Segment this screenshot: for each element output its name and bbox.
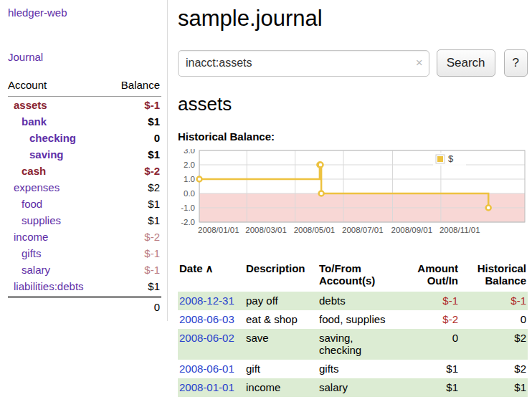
account-link-expenses[interactable]: expenses bbox=[8, 181, 60, 193]
accounts-table: Account Balance assets $-1 bank $1 check… bbox=[8, 77, 161, 316]
transaction-balance: $1 bbox=[458, 381, 528, 393]
account-link-income[interactable]: income bbox=[8, 231, 48, 243]
account-balance: $-1 bbox=[144, 247, 160, 259]
transaction-row: 2008-01-01 income salary $1 $1 bbox=[178, 378, 528, 397]
account-link-checking[interactable]: checking bbox=[8, 132, 76, 144]
account-row-supplies: supplies $1 bbox=[8, 212, 161, 229]
svg-text:2008/07/01: 2008/07/01 bbox=[342, 226, 384, 234]
balance-column-header: Historical Balance bbox=[458, 262, 528, 287]
account-link-cash[interactable]: cash bbox=[8, 165, 46, 177]
account-row-expenses: expenses $2 bbox=[8, 179, 161, 196]
account-balance: $-1 bbox=[144, 99, 160, 111]
accounts-table-header: Account Balance bbox=[8, 77, 161, 97]
account-balance: $1 bbox=[148, 115, 160, 128]
transaction-balance: $2 bbox=[458, 332, 528, 356]
transaction-accounts: saving, checking bbox=[319, 332, 402, 356]
transaction-balance: $-1 bbox=[458, 294, 528, 307]
transaction-description: income bbox=[246, 381, 319, 393]
svg-text:2.0: 2.0 bbox=[184, 160, 195, 169]
transaction-accounts: gifts bbox=[319, 363, 402, 375]
account-balance: $1 bbox=[148, 214, 160, 226]
transaction-date-link[interactable]: 2008-06-01 bbox=[179, 363, 234, 375]
transaction-amount: 0 bbox=[402, 332, 458, 356]
transaction-row: 2008-06-02 save saving, checking 0 $2 bbox=[178, 329, 528, 360]
account-column-header: Account bbox=[8, 79, 47, 91]
transaction-description: eat & shop bbox=[246, 313, 319, 325]
account-heading: assets bbox=[178, 93, 528, 115]
accounts-column-header: To/From Account(s) bbox=[319, 262, 402, 287]
account-row-checking: checking 0 bbox=[8, 130, 161, 146]
search-help-button[interactable]: ? bbox=[504, 49, 528, 77]
account-link-saving[interactable]: saving bbox=[8, 148, 64, 160]
balance-chart-svg: 3.02.01.00.0-1.0-2.02008/01/012008/03/01… bbox=[178, 149, 527, 239]
transaction-row: 2008-06-03 eat & shop food, supplies $-2… bbox=[178, 310, 528, 329]
search-button[interactable]: Search bbox=[437, 49, 495, 77]
transaction-date-link[interactable]: 2008-06-03 bbox=[179, 313, 234, 325]
account-link-gifts[interactable]: gifts bbox=[8, 247, 42, 259]
date-header-label: Date bbox=[179, 262, 203, 274]
svg-text:2008/09/01: 2008/09/01 bbox=[391, 226, 433, 234]
register-header: Date∧ Description To/From Account(s) Amo… bbox=[178, 262, 528, 287]
account-balance: $-1 bbox=[144, 264, 160, 276]
account-balance: $-2 bbox=[144, 231, 160, 243]
account-row-salary: salary $-1 bbox=[8, 262, 161, 278]
sort-ascending-icon[interactable]: ∧ bbox=[206, 262, 214, 274]
svg-text:2008/01/01: 2008/01/01 bbox=[198, 226, 239, 234]
transaction-date-link[interactable]: 2008-12-31 bbox=[179, 294, 234, 307]
amount-column-header: Amount Out/In bbox=[402, 262, 458, 287]
account-link-assets[interactable]: assets bbox=[8, 99, 47, 111]
transaction-amount: $1 bbox=[402, 381, 458, 393]
main-content: sample.journal × Search ? assets Histori… bbox=[178, 0, 528, 397]
transaction-accounts: food, supplies bbox=[319, 313, 402, 325]
transaction-balance: $2 bbox=[458, 363, 528, 375]
date-column-header[interactable]: Date∧ bbox=[178, 262, 246, 287]
transaction-row: 2008-06-01 gift gifts $1 $2 bbox=[178, 360, 528, 378]
clear-search-icon[interactable]: × bbox=[416, 56, 423, 70]
description-column-header: Description bbox=[246, 262, 319, 287]
account-row-gifts: gifts $-1 bbox=[8, 245, 161, 262]
transaction-amount: $-2 bbox=[402, 313, 458, 325]
page-title: sample.journal bbox=[178, 6, 528, 32]
svg-text:3.0: 3.0 bbox=[184, 149, 195, 155]
account-link-supplies[interactable]: supplies bbox=[8, 214, 61, 226]
register-table: Date∧ Description To/From Account(s) Amo… bbox=[178, 262, 528, 397]
account-row-cash: cash $-2 bbox=[8, 163, 161, 179]
account-row-saving: saving $1 bbox=[8, 146, 161, 163]
svg-text:1.0: 1.0 bbox=[184, 175, 195, 183]
transaction-row: 2008-12-31 pay off debts $-1 $-1 bbox=[178, 292, 528, 310]
account-row-bank: bank $1 bbox=[8, 113, 161, 130]
transaction-accounts: debts bbox=[319, 294, 402, 307]
transaction-date-link[interactable]: 2008-06-02 bbox=[179, 332, 234, 344]
sidebar-item-journal[interactable]: Journal bbox=[8, 51, 161, 63]
transaction-date-link[interactable]: 2008-01-01 bbox=[179, 381, 234, 393]
search-box: × bbox=[178, 50, 429, 77]
account-row-liabilities-debts: liabilities:debts $1 bbox=[8, 278, 161, 294]
transaction-description: gift bbox=[246, 363, 319, 375]
account-link-salary[interactable]: salary bbox=[8, 264, 50, 276]
account-balance: $1 bbox=[148, 148, 160, 160]
svg-text:2008/03/01: 2008/03/01 bbox=[245, 226, 287, 234]
search-bar: × Search ? bbox=[178, 49, 528, 77]
transaction-description: pay off bbox=[246, 294, 319, 307]
transaction-amount: $1 bbox=[402, 363, 458, 375]
svg-text:-1.0: -1.0 bbox=[181, 203, 195, 212]
account-link-food[interactable]: food bbox=[8, 198, 42, 210]
account-balance: $1 bbox=[148, 280, 160, 292]
account-row-assets: assets $-1 bbox=[8, 97, 161, 113]
svg-text:2008/05/01: 2008/05/01 bbox=[294, 226, 336, 234]
accounts-total-row: 0 bbox=[8, 296, 161, 316]
search-input[interactable] bbox=[178, 50, 429, 77]
balance-column-header: Balance bbox=[121, 79, 160, 91]
svg-text:-2.0: -2.0 bbox=[181, 218, 195, 226]
account-link-liabilities-debts[interactable]: liabilities:debts bbox=[8, 280, 84, 292]
account-balance: $-2 bbox=[144, 165, 160, 177]
account-balance: 0 bbox=[154, 132, 160, 144]
transaction-description: save bbox=[246, 332, 319, 356]
svg-text:$: $ bbox=[448, 153, 454, 164]
total-balance: 0 bbox=[154, 301, 160, 313]
app-brand-link[interactable]: hledger-web bbox=[8, 6, 67, 19]
sidebar: hledger-web Journal Account Balance asse… bbox=[0, 0, 168, 321]
account-link-bank[interactable]: bank bbox=[8, 115, 47, 128]
transaction-balance: 0 bbox=[458, 313, 528, 325]
svg-text:2008/11/01: 2008/11/01 bbox=[440, 226, 480, 234]
